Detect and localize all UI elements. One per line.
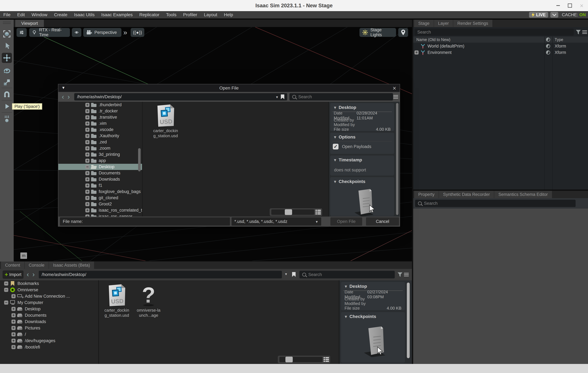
- menu-item[interactable]: Window: [28, 11, 51, 19]
- tree-item[interactable]: + isaac_ros_correlated_t: [58, 207, 142, 213]
- scrollbar[interactable]: [138, 148, 141, 171]
- slider-handle[interactable]: [285, 357, 293, 362]
- tree-item[interactable]: + Downloads: [7, 319, 98, 325]
- physics-tool-button[interactable]: [2, 114, 12, 124]
- close-button[interactable]: [578, 2, 585, 9]
- tree-item[interactable]: + .zoom: [58, 145, 142, 151]
- tree-item[interactable]: + /: [7, 331, 98, 338]
- tree-item[interactable]: + f1: [58, 182, 142, 189]
- section-header[interactable]: Checkpoints: [341, 312, 405, 320]
- dialog-search-input[interactable]: Search: [289, 93, 393, 100]
- section-header[interactable]: Checkpoints: [330, 177, 394, 185]
- expand-toggle[interactable]: +: [85, 208, 89, 213]
- filter-icon[interactable]: [398, 272, 402, 277]
- stage-tree-row[interactable]: World (defaultPrim) Xform: [413, 43, 588, 49]
- back-button[interactable]: ‹: [27, 271, 29, 278]
- tree-item[interactable]: + app: [58, 158, 142, 164]
- expand-toggle[interactable]: +: [11, 332, 16, 336]
- menu-item[interactable]: Profiler: [180, 11, 200, 19]
- waypoint-button[interactable]: [398, 28, 408, 37]
- content-panel-tab[interactable]: Isaac Assets (Beta): [49, 262, 94, 269]
- expand-toggle[interactable]: +: [85, 152, 89, 157]
- visibility-eye-icon[interactable]: [546, 44, 550, 48]
- menu-item[interactable]: Tools: [163, 11, 180, 19]
- tree-item[interactable]: − Desktop: [58, 164, 142, 170]
- scrollbar[interactable]: [396, 103, 399, 215]
- section-header[interactable]: Timestamp: [330, 156, 394, 163]
- path-dropdown-icon[interactable]: [275, 95, 279, 99]
- bookmark-icon[interactable]: [281, 95, 284, 99]
- move-tool-button[interactable]: [2, 53, 12, 63]
- content-search-input[interactable]: Search: [299, 271, 395, 278]
- visibility-eye-icon[interactable]: [546, 50, 550, 54]
- options-menu-icon[interactable]: [582, 30, 587, 34]
- capture-button[interactable]: ((●)): [131, 28, 144, 37]
- tree-item[interactable]: + Add New Connection ...: [7, 293, 98, 299]
- expand-toggle[interactable]: −: [85, 165, 89, 169]
- dialog-path-input[interactable]: /home/ashwin/Desktop/: [74, 93, 287, 100]
- expand-toggle[interactable]: +: [85, 121, 89, 126]
- snap-tool-button[interactable]: [2, 90, 12, 100]
- back-button[interactable]: ‹: [62, 93, 64, 100]
- thumbnail-size-slider[interactable]: [270, 208, 322, 216]
- frame-select-tool-button[interactable]: [2, 29, 12, 39]
- stage-lights-button[interactable]: Stage Lights: [359, 28, 396, 37]
- toolbar-overflow-chevrons[interactable]: »: [123, 28, 127, 37]
- menu-item[interactable]: Edit: [14, 11, 28, 19]
- expand-toggle[interactable]: +: [11, 320, 16, 324]
- expand-toggle[interactable]: +: [85, 140, 89, 144]
- tree-item[interactable]: + .transitive: [58, 114, 142, 120]
- tree-item[interactable]: + .zed: [58, 139, 142, 145]
- expand-toggle[interactable]: +: [85, 214, 89, 217]
- tree-item[interactable]: + .tr_docker: [58, 108, 142, 114]
- expand-toggle[interactable]: +: [85, 177, 89, 181]
- tree-item[interactable]: + Desktop: [7, 306, 98, 312]
- file-tile-unknown[interactable]: omniverse-la unch...age: [134, 284, 164, 318]
- select-tool-button[interactable]: [2, 41, 12, 51]
- column-name[interactable]: Name (Old to New): [416, 37, 450, 43]
- tab-viewport[interactable]: Viewport: [15, 20, 44, 27]
- slider-handle[interactable]: [285, 209, 292, 215]
- renderer-button[interactable]: RTX - Real-Time: [29, 28, 70, 37]
- slider-track[interactable]: [271, 209, 314, 215]
- minimize-button[interactable]: [555, 2, 562, 9]
- tree-item[interactable]: + .Xauthority: [58, 133, 142, 139]
- rotate-tool-button[interactable]: [2, 65, 12, 75]
- stage-tree-row[interactable]: + Environment Xform: [413, 49, 588, 56]
- expand-toggle[interactable]: +: [85, 103, 89, 107]
- file-tile-usd[interactable]: carter_dockin g_station.usd: [150, 104, 181, 138]
- maximize-button[interactable]: [566, 2, 573, 9]
- stage-panel-tab[interactable]: Layer: [434, 20, 453, 27]
- cancel-button[interactable]: Cancel: [366, 217, 399, 226]
- expand-toggle[interactable]: +: [414, 50, 419, 54]
- expand-toggle[interactable]: +: [85, 196, 89, 200]
- expand-toggle[interactable]: −: [4, 288, 8, 292]
- expand-toggle[interactable]: +: [11, 345, 16, 349]
- dialog-close-icon[interactable]: [393, 85, 396, 92]
- tree-item[interactable]: − My Computer: [0, 299, 98, 306]
- menu-item[interactable]: Help: [220, 11, 236, 19]
- open-file-button[interactable]: Open File: [330, 217, 362, 226]
- tree-item[interactable]: − Omniverse: [0, 287, 98, 293]
- tree-item[interactable]: + Groot2: [58, 201, 142, 207]
- expand-toggle[interactable]: +: [85, 134, 89, 138]
- tree-item[interactable]: + git_cloned: [58, 195, 142, 201]
- content-panel-tab[interactable]: Content: [1, 262, 24, 269]
- forward-button[interactable]: ›: [68, 93, 70, 100]
- column-type[interactable]: Type: [555, 37, 563, 43]
- stage-panel-tab[interactable]: Render Settings: [453, 20, 492, 27]
- visibility-column-icon[interactable]: [546, 38, 550, 42]
- import-button[interactable]: + Import: [2, 270, 23, 279]
- menu-item[interactable]: Create: [51, 11, 71, 19]
- expand-toggle[interactable]: +: [11, 307, 16, 311]
- section-header[interactable]: Desktop: [330, 103, 394, 111]
- tree-item[interactable]: + .vscode: [58, 127, 142, 133]
- expand-toggle[interactable]: +: [85, 146, 89, 150]
- property-search-input[interactable]: Search: [415, 200, 576, 207]
- grip-handle[interactable]: [3, 22, 11, 22]
- thumbnail-size-slider[interactable]: [278, 356, 330, 363]
- menu-item[interactable]: Isaac Examples: [98, 11, 136, 19]
- grip-handle[interactable]: [3, 23, 11, 24]
- property-panel-tab[interactable]: Property: [414, 191, 439, 198]
- file-type-filter-dropdown[interactable]: *.usd, *.usda, *.usdc, *.usdz: [231, 217, 321, 226]
